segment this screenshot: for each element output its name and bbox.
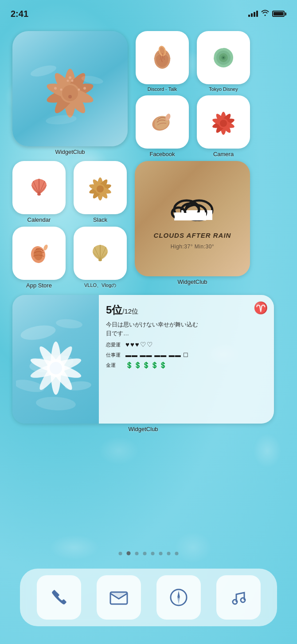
dock-phone[interactable] <box>37 575 81 620</box>
status-bar: 2:41 <box>0 0 297 22</box>
weather-title: Clouds after Rain <box>154 232 231 239</box>
svg-point-77 <box>241 598 245 602</box>
app-widgetclub-large[interactable]: WidgetClub <box>12 31 128 155</box>
svg-point-26 <box>223 57 224 59</box>
app-label-slack: Slack <box>93 216 107 223</box>
svg-point-76 <box>233 600 237 604</box>
svg-point-9 <box>67 80 69 82</box>
svg-point-10 <box>83 87 86 90</box>
signal-icon <box>248 11 258 17</box>
app-camera[interactable]: Camera <box>197 95 250 157</box>
status-icons <box>248 9 286 19</box>
page-dot-4[interactable] <box>151 552 155 555</box>
dock-safari[interactable] <box>156 575 201 620</box>
svg-point-36 <box>220 120 227 127</box>
app-label-calendar: Calendar <box>27 216 51 223</box>
page-dot-5[interactable] <box>159 552 163 555</box>
page-dot-7[interactable] <box>175 552 179 555</box>
app-slack[interactable]: Slack <box>74 161 127 223</box>
horoscope-rank: 5位/12位 <box>106 303 267 317</box>
svg-point-15 <box>29 63 57 79</box>
app-label-app-store: App Store <box>26 282 52 289</box>
battery-icon <box>272 11 286 17</box>
svg-point-12 <box>54 87 57 90</box>
app-tokyo-disney[interactable]: Tokyo Disney <box>197 31 250 92</box>
svg-point-14 <box>68 95 72 98</box>
app-label-widgetclub-large: WidgetClub <box>55 149 85 155</box>
app-calendar[interactable]: Calendar <box>12 161 66 223</box>
weather-cloud-icon <box>168 188 217 227</box>
horoscope-description: 今日は思いがけない幸せが舞い込む日です… <box>106 320 203 338</box>
app-label-widgetclub-horoscope: WidgetClub <box>128 426 158 432</box>
horoscope-love-row: 恋愛運 ♥♥♥♡♡ <box>106 341 267 349</box>
horoscope-widget-wrapper[interactable]: ♈ 5位/12位 今日は思いがけない幸せが舞い込む日です… 恋愛運 ♥♥♥♡♡ … <box>12 295 274 432</box>
page-dot-1[interactable] <box>127 551 131 555</box>
app-label-widgetclub-weather: WidgetClub <box>177 279 207 285</box>
dock-mail[interactable] <box>97 575 141 620</box>
page-dots <box>119 551 179 555</box>
app-widgetclub-weather[interactable]: Clouds after Rain High:37° Min:30° Widge… <box>135 161 250 285</box>
svg-point-11 <box>78 89 80 91</box>
svg-marker-73 <box>177 591 180 597</box>
app-discord[interactable]: Discord - Talk <box>136 31 189 92</box>
svg-point-75 <box>178 597 180 598</box>
horoscope-money-row: 金運 💲💲💲💲💲 <box>106 361 267 369</box>
page-dot-0[interactable] <box>119 552 122 555</box>
svg-point-37 <box>37 193 41 196</box>
app-label-camera: Camera <box>213 151 234 157</box>
horoscope-sign: ♈ <box>254 301 268 315</box>
svg-point-6 <box>62 85 78 101</box>
app-label-discord: Discord - Talk <box>148 86 177 92</box>
weather-temp: High:37° Min:30° <box>171 243 214 250</box>
svg-point-59 <box>55 318 83 329</box>
svg-point-48 <box>98 259 102 261</box>
app-label-tokyo-disney: Tokyo Disney <box>209 86 238 92</box>
dock <box>20 569 277 626</box>
svg-point-70 <box>50 362 62 374</box>
svg-point-13 <box>60 89 63 91</box>
svg-rect-57 <box>175 213 206 220</box>
svg-point-7 <box>69 76 71 79</box>
svg-marker-74 <box>177 597 180 604</box>
status-time: 2:41 <box>11 9 28 19</box>
page-dot-2[interactable] <box>135 552 139 555</box>
horoscope-work-row: 仕事運 ▬▬ ▬▬ ▬▬ ▬▬ ☐ <box>106 352 267 358</box>
svg-point-63 <box>35 396 76 412</box>
svg-point-44 <box>97 185 104 192</box>
svg-point-8 <box>71 80 74 82</box>
app-facebook[interactable]: Facebook <box>136 95 189 157</box>
wifi-icon <box>261 9 270 19</box>
app-app-store[interactable]: App Store <box>12 227 66 289</box>
app-vllo[interactable]: VLLO、Vlogの <box>74 227 127 289</box>
svg-point-58 <box>20 323 57 342</box>
app-label-facebook: Facebook <box>149 151 175 157</box>
dock-music[interactable] <box>216 575 261 620</box>
horoscope-widget: ♈ 5位/12位 今日は思いがけない幸せが舞い込む日です… 恋愛運 ♥♥♥♡♡ … <box>12 295 274 424</box>
page-dot-6[interactable] <box>167 552 171 555</box>
app-grid: WidgetClub <box>12 31 274 432</box>
page-dot-3[interactable] <box>143 552 147 555</box>
app-label-vllo: VLLO、Vlogの <box>84 282 116 289</box>
